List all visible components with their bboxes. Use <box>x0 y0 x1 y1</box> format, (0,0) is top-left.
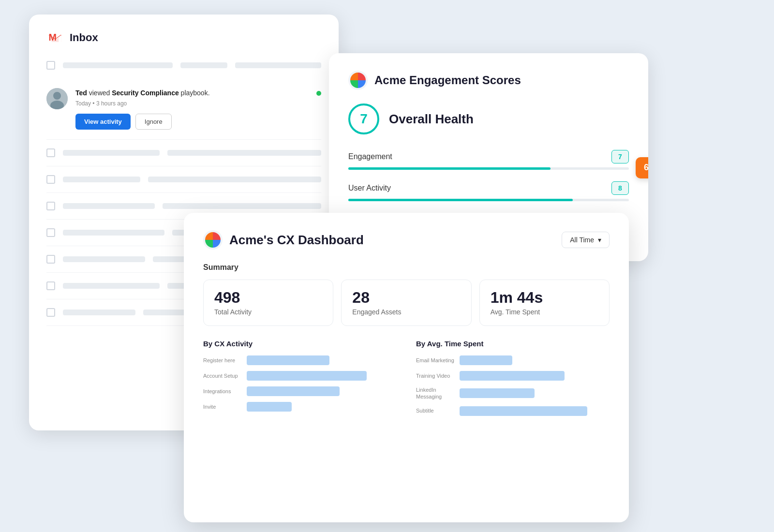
email-item-type: playbook. <box>181 89 210 97</box>
summary-label: Summary <box>203 263 610 272</box>
overall-health: 7 Overall Health <box>348 103 629 134</box>
time-bar-label-1: Training Video <box>416 372 455 379</box>
skeleton-bar <box>163 203 321 209</box>
skeleton-bar <box>63 230 164 236</box>
skeleton-bar <box>148 177 321 182</box>
scores-header: Acme Engagement Scores <box>348 71 629 90</box>
side-score-badge: 6 <box>636 157 648 178</box>
engagement-label: Engagement <box>348 152 392 161</box>
time-bar-fill-0 <box>460 355 512 365</box>
skeleton-bar <box>63 203 155 209</box>
bar-container-0 <box>247 355 397 365</box>
bar-fill-0 <box>247 355 329 365</box>
user-activity-bar-track <box>348 199 629 201</box>
skeleton-checkbox <box>46 255 55 264</box>
svg-point-4 <box>53 92 61 100</box>
time-bar-row-2: LinkedIn Messaging <box>416 386 610 400</box>
time-bar-fill-2 <box>460 388 535 398</box>
email-content: Ted viewed Security Compliance playbook.… <box>75 88 309 130</box>
chevron-down-icon: ▾ <box>598 236 601 244</box>
skeleton-checkbox <box>46 281 55 290</box>
total-activity-desc: Total Activity <box>214 308 322 316</box>
time-bar-row-3: Subtitle <box>416 406 610 416</box>
time-bar-fill-1 <box>460 371 565 381</box>
ignore-button[interactable]: Ignore <box>135 114 172 130</box>
bar-fill-2 <box>247 386 340 396</box>
time-bar-container-2 <box>460 388 610 398</box>
engagement-metric-header: Engagement 7 <box>348 150 629 163</box>
user-activity-metric: User Activity 8 <box>348 181 629 201</box>
time-bar-row-0: Email Marketing <box>416 355 610 365</box>
skeleton-bar <box>63 177 140 182</box>
bar-row-2: Integrations <box>203 386 397 396</box>
bar-row-0: Register here <box>203 355 397 365</box>
time-bar-row-1: Training Video <box>416 371 610 381</box>
time-bar-container-0 <box>460 355 610 365</box>
user-activity-badge: 8 <box>611 181 629 195</box>
avatar <box>46 88 68 109</box>
skeleton-bar <box>180 62 227 68</box>
skeleton-checkbox <box>46 202 55 210</box>
engaged-assets-card: 28 Engaged Assets <box>341 280 471 326</box>
cx-header: Acme's CX Dashboard All Time ▾ <box>203 230 610 250</box>
skeleton-row-3 <box>46 166 321 193</box>
email-meta: Today • 3 hours ago <box>75 100 309 107</box>
time-bar-container-1 <box>460 371 610 381</box>
summary-cards: 498 Total Activity 28 Engaged Assets 1m … <box>203 280 610 326</box>
inbox-title: Inbox <box>70 31 98 44</box>
scores-logo-icon <box>348 71 368 90</box>
online-indicator <box>316 91 321 96</box>
skeleton-checkbox <box>46 175 55 184</box>
skeleton-bar <box>63 62 173 68</box>
engagement-bar-fill <box>348 167 551 170</box>
user-activity-bar-fill <box>348 199 573 201</box>
bar-row-1: Account Setup <box>203 371 397 381</box>
engaged-assets-number: 28 <box>352 290 460 305</box>
by-cx-activity-chart: By CX Activity Register here Account Set… <box>203 340 397 422</box>
engagement-bar-track <box>348 167 629 170</box>
skeleton-bar <box>63 310 135 315</box>
email-actions: View activity Ignore <box>75 114 309 130</box>
email-text: Ted viewed Security Compliance playbook. <box>75 88 309 98</box>
cx-logo-icon <box>203 230 223 250</box>
skeleton-bar <box>63 256 145 262</box>
bar-label-3: Invite <box>203 403 242 410</box>
skeleton-checkbox <box>46 61 55 70</box>
time-bar-label-0: Email Marketing <box>416 357 455 364</box>
bar-label-2: Integrations <box>203 388 242 395</box>
user-activity-label: User Activity <box>348 184 391 192</box>
avg-time-card: 1m 44s Avg. Time Spent <box>479 280 610 326</box>
bar-label-0: Register here <box>203 357 242 364</box>
engagement-badge: 7 <box>611 150 629 163</box>
time-bar-container-3 <box>460 406 610 416</box>
email-action: viewed <box>89 89 112 97</box>
skeleton-bar <box>63 283 160 289</box>
bar-container-2 <box>247 386 397 396</box>
view-activity-button[interactable]: View activity <box>75 114 131 130</box>
by-cx-activity-title: By CX Activity <box>203 340 397 348</box>
bar-fill-3 <box>247 402 292 412</box>
skeleton-checkbox <box>46 148 55 157</box>
cx-header-left: Acme's CX Dashboard <box>203 230 364 250</box>
bar-label-1: Account Setup <box>203 372 242 379</box>
bar-container-1 <box>247 371 397 381</box>
time-filter-label: All Time <box>570 236 594 244</box>
avg-time-number: 1m 44s <box>491 290 598 305</box>
scene: M Inbox Ted <box>0 0 774 532</box>
charts-row: By CX Activity Register here Account Set… <box>203 340 610 422</box>
time-bar-fill-3 <box>460 406 587 416</box>
skeleton-bar <box>63 150 160 156</box>
bar-fill-1 <box>247 371 367 381</box>
time-bar-label-2: LinkedIn Messaging <box>416 386 455 400</box>
by-avg-time-chart: By Avg. Time Spent Email Marketing Train… <box>416 340 610 422</box>
scores-title: Acme Engagement Scores <box>374 74 521 87</box>
avg-time-desc: Avg. Time Spent <box>491 308 598 316</box>
skeleton-bar <box>235 62 321 68</box>
health-score-circle: 7 <box>348 103 379 134</box>
engaged-assets-desc: Engaged Assets <box>352 308 460 316</box>
gmail-logo: M <box>46 29 64 46</box>
time-bar-label-3: Subtitle <box>416 407 455 414</box>
time-filter-dropdown[interactable]: All Time ▾ <box>562 232 610 248</box>
email-sender: Ted <box>75 89 87 97</box>
total-activity-card: 498 Total Activity <box>203 280 333 326</box>
